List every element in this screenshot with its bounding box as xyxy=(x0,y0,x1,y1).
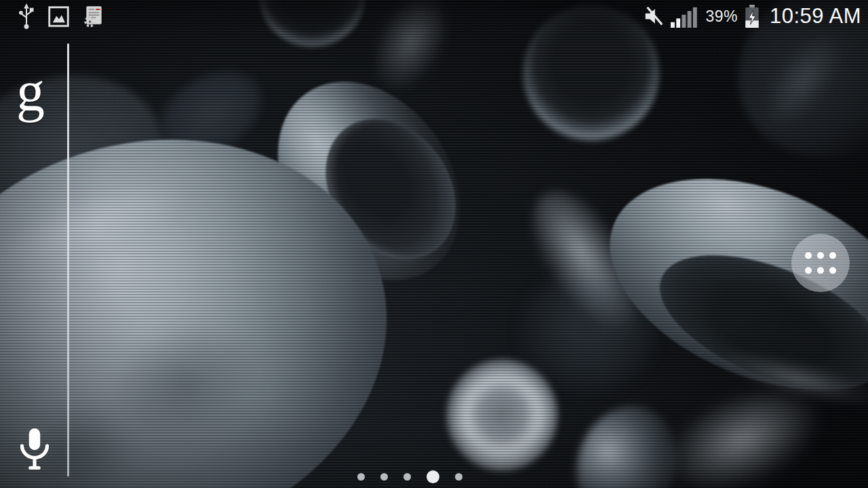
signal-strength-icon xyxy=(671,5,699,28)
live-wallpaper-blood-cells xyxy=(0,0,868,488)
page-dot[interactable] xyxy=(403,473,411,481)
page-dot[interactable] xyxy=(357,473,365,481)
page-dot-active[interactable] xyxy=(427,470,439,483)
notification-icons xyxy=(18,3,105,30)
system-status-icons: 39% 10:59 AM xyxy=(643,4,861,28)
system-update-icon xyxy=(82,4,105,28)
page-indicator xyxy=(357,466,462,487)
usb-icon xyxy=(18,3,35,30)
voice-search-button[interactable] xyxy=(18,427,51,473)
page-dot[interactable] xyxy=(380,473,388,481)
screenshot-icon xyxy=(47,5,70,28)
status-bar: 39% 10:59 AM xyxy=(0,0,868,33)
home-screen: 39% 10:59 AM g xyxy=(0,0,868,488)
mute-icon xyxy=(643,5,665,27)
battery-percent: 39% xyxy=(705,7,738,26)
apps-grid-icon xyxy=(805,252,836,274)
app-drawer-button[interactable] xyxy=(791,234,850,292)
google-logo[interactable]: g xyxy=(16,63,45,120)
clock: 10:59 AM xyxy=(770,4,861,28)
search-widget-divider[interactable] xyxy=(67,43,69,476)
battery-charging-icon xyxy=(744,5,760,28)
microphone-icon xyxy=(18,427,51,473)
wallpaper-cell xyxy=(446,359,558,471)
page-dot[interactable] xyxy=(455,473,462,481)
